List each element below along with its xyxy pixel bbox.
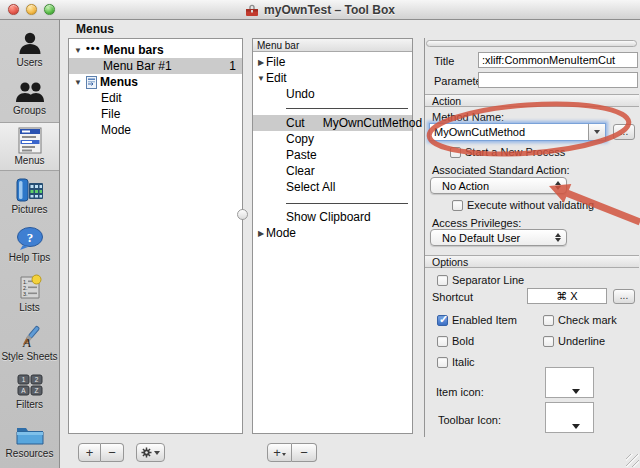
sidebar-item-users[interactable]: Users: [0, 24, 59, 73]
separator-line-checkbox[interactable]: Separator Line: [437, 274, 524, 286]
splitter-knob[interactable]: [237, 209, 248, 220]
checkbox-box[interactable]: [452, 200, 463, 211]
toolbar-icon-dropdown[interactable]: [545, 402, 594, 433]
menu-bar-header: Menu bar: [253, 39, 412, 52]
associated-action-label: Associated Standard Action:: [432, 164, 570, 176]
shortcut-browse-button[interactable]: ...: [613, 289, 635, 304]
tree-row-label: Menu Bar #1: [103, 59, 172, 73]
item-icon-dropdown[interactable]: [545, 367, 594, 398]
menu-item-mode[interactable]: ▶ Mode: [253, 225, 412, 241]
parameter-field[interactable]: [478, 72, 638, 88]
sidebar-item-menus[interactable]: Menus: [0, 122, 59, 171]
menu-item-label: Paste: [286, 148, 317, 162]
remove-menu-button[interactable]: −: [101, 443, 124, 462]
ellipsis-label: ...: [620, 291, 628, 300]
svg-text:?: ?: [26, 229, 33, 244]
checkbox-box[interactable]: [437, 336, 448, 347]
menu-item-label: Cut: [286, 116, 305, 130]
chevron-down-icon: [594, 130, 600, 134]
bold-checkbox[interactable]: Bold: [437, 335, 474, 347]
sidebar-item-help-tips[interactable]: ? Help Tips: [0, 220, 59, 269]
lists-icon: 1. 2. 3.: [17, 274, 43, 301]
checkbox-box[interactable]: [437, 275, 448, 286]
add-menu-item-button[interactable]: +: [267, 443, 292, 462]
menu-item-cut[interactable]: Cut MyOwnCutMethod: [253, 115, 412, 131]
plus-icon: +: [86, 445, 94, 460]
action-section-header: Action: [425, 94, 639, 107]
sidebar-item-label: Menus: [14, 155, 44, 166]
tree-row-file[interactable]: File: [69, 106, 242, 122]
menu-item-edit[interactable]: ▼ Edit: [253, 70, 412, 86]
disclosure-triangle[interactable]: ▼: [73, 46, 83, 55]
menu-item-copy[interactable]: Copy: [253, 131, 412, 147]
underline-checkbox[interactable]: Underline: [543, 335, 605, 347]
checkbox-box[interactable]: [450, 147, 461, 158]
menu-separator: [286, 108, 408, 109]
italic-checkbox[interactable]: Italic: [437, 356, 475, 368]
ellipsis-label: ...: [620, 127, 628, 136]
sidebar-item-label: Help Tips: [9, 252, 51, 263]
sidebar-item-label: Pictures: [11, 204, 47, 215]
resize-grip[interactable]: [626, 454, 639, 467]
sidebar-item-label: Lists: [19, 302, 40, 313]
tree-row-label: Menu bars: [104, 43, 164, 57]
checkbox-box[interactable]: [437, 357, 448, 368]
help-tips-icon: ?: [16, 227, 44, 251]
checkbox-box[interactable]: [437, 315, 448, 326]
sidebar-item-lists[interactable]: 1. 2. 3. Lists: [0, 269, 59, 318]
start-new-process-checkbox[interactable]: Start a New Process: [450, 146, 565, 158]
check-mark-checkbox[interactable]: Check mark: [543, 314, 617, 326]
disclosure-triangle[interactable]: ▼: [73, 78, 83, 87]
sidebar-item-style-sheets[interactable]: A Style Sheets: [0, 318, 59, 367]
shortcut-field[interactable]: ⌘ X: [527, 288, 607, 304]
access-privileges-popup[interactable]: No Default User: [430, 229, 567, 246]
menu-item-select-all[interactable]: Select All: [253, 179, 412, 195]
title-field[interactable]: :xliff:CommonMenuItemCut: [478, 52, 638, 68]
sidebar-item-label: Resources: [6, 448, 54, 459]
menu-bar-header-label: Menu bar: [257, 40, 299, 51]
action-gear-button[interactable]: [136, 443, 165, 462]
svg-text:2: 2: [34, 376, 38, 383]
inspector-scroll-strip[interactable]: [426, 40, 637, 47]
remove-menu-item-button[interactable]: −: [292, 443, 317, 462]
tree-row-mode[interactable]: Mode: [69, 122, 242, 138]
enabled-item-checkbox[interactable]: Enabled Item: [437, 314, 517, 326]
checkbox-box[interactable]: [543, 336, 554, 347]
combo-dropdown-button[interactable]: [588, 124, 605, 140]
popup-arrows-icon: [555, 178, 561, 193]
method-name-combo[interactable]: MyOwnCutMethod: [429, 123, 606, 141]
sidebar-item-filters[interactable]: 1 2 A Z Filters: [0, 367, 59, 416]
menu-separator: [286, 203, 408, 204]
associated-action-popup[interactable]: No Action: [430, 177, 567, 194]
sidebar-item-pictures[interactable]: Pictures: [0, 171, 59, 220]
users-icon: [17, 30, 43, 56]
menus-tree: ▼ ••• Menu bars Menu Bar #1 1 ▼ Menus Ed…: [68, 38, 243, 434]
menu-item-clear[interactable]: Clear: [253, 163, 412, 179]
disclosure-triangle[interactable]: ▶: [256, 58, 266, 67]
disclosure-triangle[interactable]: ▼: [256, 74, 266, 83]
method-browse-button[interactable]: ...: [613, 124, 635, 140]
tree-row-edit[interactable]: Edit: [69, 90, 242, 106]
menu-bars-icon: •••: [86, 42, 101, 54]
tree-row-menu-bar-1[interactable]: Menu Bar #1 1: [69, 58, 242, 74]
sidebar-item-resources[interactable]: Resources: [0, 416, 59, 465]
sidebar-item-groups[interactable]: Groups: [0, 73, 59, 122]
checkbox-label: Enabled Item: [452, 314, 517, 326]
execute-without-validating-checkbox[interactable]: Execute without validating: [452, 199, 594, 211]
style-sheets-icon: A: [16, 323, 44, 350]
menu-item-paste[interactable]: Paste: [253, 147, 412, 163]
sidebar-item-label: Filters: [16, 399, 43, 410]
menu-item-label: Edit: [266, 71, 287, 85]
menu-item-undo[interactable]: Undo: [253, 86, 412, 102]
menu-item-show-clipboard[interactable]: Show Clipboard: [253, 209, 412, 225]
tree-row-menu-bars[interactable]: ▼ ••• Menu bars: [69, 42, 242, 58]
toolbar-icon-label: Toolbar Icon:: [438, 414, 501, 426]
method-name-value: MyOwnCutMethod: [430, 126, 588, 138]
disclosure-triangle[interactable]: ▶: [256, 229, 266, 238]
method-name-label: Method Name:: [432, 111, 504, 123]
add-menu-button[interactable]: +: [78, 443, 101, 462]
menu-item-label: Undo: [286, 87, 315, 101]
tree-row-menus[interactable]: ▼ Menus: [69, 74, 242, 90]
checkbox-box[interactable]: [543, 315, 554, 326]
menu-item-file[interactable]: ▶ File: [253, 54, 412, 70]
